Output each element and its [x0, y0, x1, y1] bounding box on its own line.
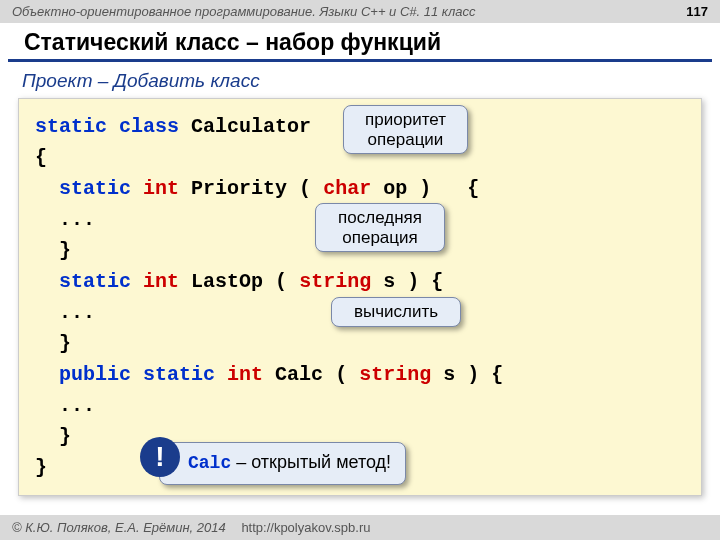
keyword-class: class — [119, 115, 179, 138]
page-title: Статический класс – набор функций — [8, 23, 712, 62]
note-text: – открытый метод! — [231, 452, 391, 472]
paren: ( — [275, 270, 287, 293]
brace: } — [59, 332, 71, 355]
ellipsis: ... — [59, 301, 95, 324]
paren: ) — [467, 363, 479, 386]
keyword-public: public — [59, 363, 131, 386]
type-string: string — [299, 270, 371, 293]
method-name: LastOp — [191, 270, 263, 293]
ellipsis: ... — [59, 208, 95, 231]
keyword-static: static — [59, 177, 131, 200]
type-int: int — [227, 363, 263, 386]
exclamation-icon: ! — [140, 437, 180, 477]
page-number: 117 — [686, 4, 708, 19]
brace: { — [35, 146, 47, 169]
header-bar: Объектно-ориентированное программировани… — [0, 0, 720, 23]
type-char: char — [323, 177, 371, 200]
paren: ) — [419, 177, 431, 200]
footer-url: http://kpolyakov.spb.ru — [241, 520, 370, 535]
footer-authors: © К.Ю. Поляков, Е.А. Ерёмин, 2014 — [12, 520, 226, 535]
paren: ( — [299, 177, 311, 200]
callout-lastop: последняя операция — [315, 203, 445, 252]
footer: © К.Ю. Поляков, Е.А. Ерёмин, 2014 http:/… — [0, 515, 720, 540]
note-calc: Calc — [188, 453, 231, 473]
paren: ( — [335, 363, 347, 386]
type-int: int — [143, 270, 179, 293]
method-name: Priority — [191, 177, 287, 200]
course-title: Объектно-ориентированное программировани… — [12, 4, 476, 19]
param: s — [443, 363, 455, 386]
keyword-static: static — [59, 270, 131, 293]
class-name: Calculator — [191, 115, 311, 138]
brace: } — [59, 239, 71, 262]
brace: { — [467, 177, 479, 200]
keyword-static: static — [35, 115, 107, 138]
subtitle: Проект – Добавить класс — [0, 70, 720, 98]
keyword-static: static — [143, 363, 215, 386]
method-name: Calc — [275, 363, 323, 386]
callout-calc: вычислить — [331, 297, 461, 327]
ellipsis: ... — [59, 394, 95, 417]
brace: { — [431, 270, 443, 293]
type-int: int — [143, 177, 179, 200]
brace: } — [59, 425, 71, 448]
param: s — [383, 270, 395, 293]
type-string: string — [359, 363, 431, 386]
note-box: ! Calc – открытый метод! — [159, 442, 406, 485]
param: op — [383, 177, 407, 200]
paren: ) — [407, 270, 419, 293]
code-block: static class Calculator { static int Pri… — [18, 98, 702, 496]
brace: } — [35, 456, 47, 479]
brace: { — [491, 363, 503, 386]
callout-priority: приоритет операции — [343, 105, 468, 154]
